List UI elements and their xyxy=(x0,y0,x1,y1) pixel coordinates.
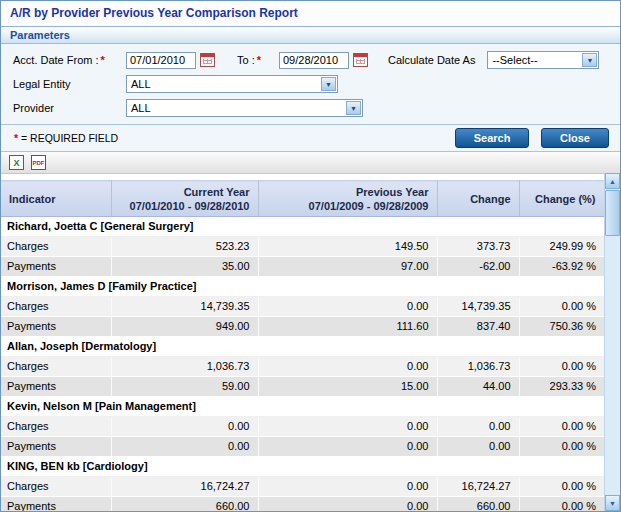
change-pct-cell: 293.33 % xyxy=(519,377,604,397)
change-pct-cell: 0.00 % xyxy=(519,497,604,512)
change-cell: 44.00 xyxy=(437,377,519,397)
provider-group-row: Morrison, James D [Family Practice] xyxy=(1,277,604,297)
table-row: Payments59.0015.0044.00293.33 % xyxy=(1,377,604,397)
export-toolbar: X PDF xyxy=(1,152,620,174)
previous-year-cell: 149.50 xyxy=(258,237,437,257)
acct-date-from-input[interactable] xyxy=(126,52,196,69)
parameters-section-header: Parameters xyxy=(1,26,620,44)
header-previous-year: Previous Year 07/01/2009 - 09/28/2009 xyxy=(258,181,437,217)
change-cell: 373.73 xyxy=(437,237,519,257)
previous-year-cell: 97.00 xyxy=(258,257,437,277)
header-indicator: Indicator xyxy=(1,181,111,217)
previous-year-cell: 15.00 xyxy=(258,377,437,397)
search-button[interactable]: Search xyxy=(455,128,529,148)
scrollbar-thumb[interactable] xyxy=(605,190,620,236)
indicator-cell: Charges xyxy=(1,357,111,377)
change-pct-cell: 249.99 % xyxy=(519,237,604,257)
table-row: Charges1,036.730.001,036.730.00 % xyxy=(1,357,604,377)
close-button[interactable]: Close xyxy=(541,128,609,148)
indicator-cell: Payments xyxy=(1,497,111,512)
change-cell: 16,724.27 xyxy=(437,477,519,497)
date-range-row: Acct. Date From :* To :* Calculate Date … xyxy=(1,48,620,72)
legal-entity-select[interactable]: ALL ▼ xyxy=(126,75,338,93)
previous-year-cell: 0.00 xyxy=(258,477,437,497)
table-row: Payments660.000.00660.000.00 % xyxy=(1,497,604,512)
current-year-cell: 523.23 xyxy=(111,237,258,257)
header-change-pct: Change (%) xyxy=(519,181,604,217)
chevron-down-icon: ▼ xyxy=(582,53,597,67)
current-year-cell: 35.00 xyxy=(111,257,258,277)
page-title: A/R by Provider Previous Year Comparison… xyxy=(1,1,620,26)
indicator-cell: Charges xyxy=(1,477,111,497)
provider-name-cell: Morrison, James D [Family Practice] xyxy=(1,277,604,297)
provider-group-row: Allan, Joseph [Dermatology] xyxy=(1,337,604,357)
previous-year-cell: 111.60 xyxy=(258,317,437,337)
current-year-cell: 0.00 xyxy=(111,417,258,437)
change-pct-cell: 750.36 % xyxy=(519,317,604,337)
table-row: Charges16,724.270.0016,724.270.00 % xyxy=(1,477,604,497)
change-cell: 1,036.73 xyxy=(437,357,519,377)
provider-group-row: Kevin, Nelson M [Pain Management] xyxy=(1,397,604,417)
acct-date-from-label: Acct. Date From :* xyxy=(13,54,126,66)
scroll-up-icon[interactable]: ▲ xyxy=(605,173,620,189)
current-year-cell: 1,036.73 xyxy=(111,357,258,377)
change-cell: 14,739.35 xyxy=(437,297,519,317)
parameters-form: Acct. Date From :* To :* Calculate Date … xyxy=(1,44,620,125)
current-year-cell: 14,739.35 xyxy=(111,297,258,317)
previous-year-cell: 0.00 xyxy=(258,437,437,457)
required-asterisk: * xyxy=(14,132,18,144)
provider-row-form: Provider ALL ▼ xyxy=(1,96,620,120)
provider-label: Provider xyxy=(13,102,126,114)
table-header-row: Indicator Current Year 07/01/2010 - 09/2… xyxy=(1,181,604,217)
indicator-cell: Payments xyxy=(1,437,111,457)
required-asterisk: * xyxy=(101,54,105,66)
required-asterisk: * xyxy=(257,54,261,66)
calendar-icon[interactable] xyxy=(353,53,368,67)
previous-year-cell: 0.00 xyxy=(258,417,437,437)
calendar-icon[interactable] xyxy=(200,53,215,67)
chevron-down-icon: ▼ xyxy=(346,101,361,115)
current-year-cell: 59.00 xyxy=(111,377,258,397)
change-pct-cell: 0.00 % xyxy=(519,437,604,457)
report-window: A/R by Provider Previous Year Comparison… xyxy=(0,0,621,512)
table-row: Payments949.00111.60837.40750.36 % xyxy=(1,317,604,337)
scroll-down-icon[interactable]: ▼ xyxy=(605,495,620,511)
change-cell: 660.00 xyxy=(437,497,519,512)
provider-select[interactable]: ALL ▼ xyxy=(126,99,363,117)
provider-group-row: Richard, Joetta C [General Surgery] xyxy=(1,217,604,237)
selected-value: --Select-- xyxy=(492,54,537,66)
acct-date-to-input[interactable] xyxy=(279,52,349,69)
change-pct-cell: 0.00 % xyxy=(519,477,604,497)
current-year-cell: 660.00 xyxy=(111,497,258,512)
indicator-cell: Payments xyxy=(1,317,111,337)
provider-name-cell: Richard, Joetta C [General Surgery] xyxy=(1,217,604,237)
provider-name-cell: Kevin, Nelson M [Pain Management] xyxy=(1,397,604,417)
change-cell: 0.00 xyxy=(437,437,519,457)
pdf-export-icon[interactable]: PDF xyxy=(31,155,46,170)
vertical-scrollbar[interactable]: ▲ ▼ xyxy=(604,173,620,511)
legal-entity-row: Legal Entity ALL ▼ xyxy=(1,72,620,96)
change-cell: 0.00 xyxy=(437,417,519,437)
change-pct-cell: 0.00 % xyxy=(519,357,604,377)
header-change: Change xyxy=(437,181,519,217)
table-row: Charges523.23149.50373.73249.99 % xyxy=(1,237,604,257)
change-pct-cell: 0.00 % xyxy=(519,417,604,437)
current-year-cell: 16,724.27 xyxy=(111,477,258,497)
report-table: Indicator Current Year 07/01/2010 - 09/2… xyxy=(1,180,605,512)
calculate-date-as-select[interactable]: --Select-- ▼ xyxy=(487,51,599,69)
legal-entity-label: Legal Entity xyxy=(13,78,126,90)
current-year-cell: 949.00 xyxy=(111,317,258,337)
chevron-down-icon: ▼ xyxy=(321,77,336,91)
required-field-note: * = REQUIRED FIELD xyxy=(12,132,118,144)
change-cell: -62.00 xyxy=(437,257,519,277)
provider-name-cell: Allan, Joseph [Dermatology] xyxy=(1,337,604,357)
current-year-cell: 0.00 xyxy=(111,437,258,457)
previous-year-cell: 0.00 xyxy=(258,357,437,377)
table-row: Payments0.000.000.000.00 % xyxy=(1,437,604,457)
previous-year-cell: 0.00 xyxy=(258,497,437,512)
actions-row: * = REQUIRED FIELD Search Close xyxy=(1,125,620,152)
calculate-date-as-label: Calculate Date As xyxy=(388,54,475,66)
indicator-cell: Payments xyxy=(1,257,111,277)
table-row: Payments35.0097.00-62.00-63.92 % xyxy=(1,257,604,277)
excel-export-icon[interactable]: X xyxy=(9,155,24,170)
